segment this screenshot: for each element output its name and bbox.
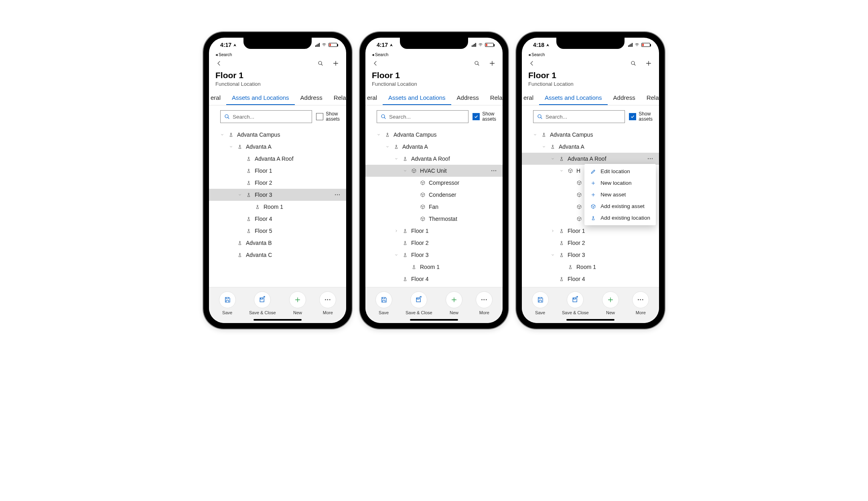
chevron-down-icon[interactable] (551, 157, 558, 161)
tree-row[interactable]: Advanta Campus (522, 129, 659, 141)
search-input[interactable]: Search... (377, 110, 468, 123)
tree-row[interactable]: Floor 1 (522, 225, 659, 237)
search-input[interactable]: Search... (220, 110, 312, 123)
chevron-down-icon[interactable] (533, 133, 540, 137)
chevron-down-icon[interactable] (385, 145, 393, 149)
tree-row[interactable]: Floor 4 (522, 273, 659, 285)
tree-row[interactable]: Advanta A Roof (365, 153, 503, 165)
tree-row[interactable]: Advanta Campus (209, 129, 346, 141)
search-icon[interactable] (474, 60, 480, 67)
row-more-icon[interactable]: ··· (647, 156, 653, 162)
tree-row[interactable]: Room 1 (522, 261, 659, 273)
search-icon[interactable] (630, 60, 637, 67)
new-button[interactable]: New (289, 291, 306, 315)
tree-row[interactable]: Compressor (365, 177, 503, 189)
tab-address[interactable]: Address (608, 91, 641, 105)
tree-row[interactable]: Advanta A Roof (209, 153, 346, 165)
new-button[interactable]: New (602, 291, 619, 315)
tree-row[interactable]: Floor 3 (365, 249, 503, 261)
tree-row[interactable]: Condenser (365, 189, 503, 201)
save-button[interactable]: Save (532, 291, 549, 315)
show-assets-checkbox[interactable] (629, 113, 636, 120)
chevron-down-icon[interactable] (229, 145, 236, 149)
search-icon[interactable] (317, 60, 324, 67)
menu-item[interactable]: New asset (584, 189, 656, 200)
row-more-icon[interactable]: ··· (491, 168, 497, 174)
chevron-down-icon[interactable] (403, 169, 410, 173)
tree-row[interactable]: Floor 2 (209, 177, 346, 189)
add-icon[interactable] (332, 59, 340, 67)
add-icon[interactable] (645, 59, 653, 67)
tree-row[interactable]: Advanta Campus (365, 129, 503, 141)
save-close-button[interactable]: Save & Close (562, 291, 589, 315)
tree-row[interactable]: Fan (365, 201, 503, 213)
chevron-down-icon[interactable] (377, 133, 384, 137)
tree-row[interactable]: Floor 2 (365, 237, 503, 249)
tab-assets-locations[interactable]: Assets and Locations (226, 91, 295, 105)
more-button-icon: ··· (632, 291, 649, 308)
tree-row[interactable]: HVAC Unit··· (365, 165, 503, 177)
tree-row[interactable]: Advanta C (209, 249, 346, 261)
save-close-button[interactable]: Save & Close (249, 291, 276, 315)
chevron-down-icon[interactable] (220, 133, 227, 137)
back-to-search[interactable]: ◂Search (209, 52, 346, 57)
tab-related[interactable]: Relate (328, 91, 346, 105)
back-button[interactable] (215, 60, 223, 67)
tree-row[interactable]: Floor 5 (209, 225, 346, 237)
search-input[interactable]: Search... (533, 110, 625, 123)
tree-row[interactable]: Floor 4 (209, 213, 346, 225)
chevron-right-icon[interactable] (551, 229, 558, 233)
tree-row[interactable]: Advanta B (209, 237, 346, 249)
back-button[interactable] (372, 60, 379, 67)
tab-address[interactable]: Address (295, 91, 328, 105)
menu-item[interactable]: New location (584, 177, 656, 189)
chevron-down-icon[interactable] (394, 157, 402, 161)
tab-general[interactable]: eral (209, 91, 226, 105)
more-button[interactable]: ···More (476, 291, 493, 315)
chevron-right-icon[interactable] (394, 229, 402, 233)
tree-row[interactable]: Room 1 (209, 201, 346, 213)
more-button[interactable]: ···More (319, 291, 336, 315)
tab-general[interactable]: eral (365, 91, 383, 105)
save-close-button[interactable]: Save & Close (406, 291, 432, 315)
menu-item[interactable]: Add existing asset (584, 200, 656, 212)
menu-item[interactable]: Add existing location (584, 212, 656, 224)
chevron-down-icon[interactable] (560, 169, 567, 173)
chevron-down-icon[interactable] (238, 193, 245, 197)
search-placeholder: Search... (233, 114, 254, 120)
chevron-down-icon[interactable] (394, 253, 402, 257)
show-assets-checkbox[interactable] (316, 113, 323, 120)
back-to-search[interactable]: ◂Search (522, 52, 659, 57)
show-assets-checkbox[interactable] (473, 113, 480, 120)
save-button[interactable]: Save (219, 291, 236, 315)
tree-row[interactable]: Floor 1 (209, 165, 346, 177)
tree-row[interactable]: Floor 1 (365, 225, 503, 237)
chevron-down-icon[interactable] (551, 253, 558, 257)
save-button[interactable]: Save (375, 291, 392, 315)
tree-row[interactable]: Thermostat (365, 213, 503, 225)
new-button[interactable]: New (446, 291, 462, 315)
tree-row[interactable]: Floor 3 (522, 249, 659, 261)
add-icon[interactable] (488, 59, 496, 67)
tree-row[interactable]: Floor 3··· (209, 189, 346, 201)
tree-row[interactable]: Advanta A (209, 141, 346, 153)
back-button[interactable] (528, 60, 535, 67)
chevron-down-icon[interactable] (542, 145, 549, 149)
tree-row[interactable]: Advanta A (365, 141, 503, 153)
tab-address[interactable]: Address (451, 91, 485, 105)
tree-row[interactable]: Advanta A (522, 141, 659, 153)
tab-assets-locations[interactable]: Assets and Locations (539, 91, 608, 105)
menu-item[interactable]: Edit location (584, 166, 656, 177)
tree-row[interactable]: Floor 4 (365, 273, 503, 285)
tree-row[interactable]: Room 1 (365, 261, 503, 273)
tab-related[interactable]: Relate (641, 91, 659, 105)
tab-related[interactable]: Relate (485, 91, 503, 105)
tab-general[interactable]: eral (522, 91, 539, 105)
back-to-search[interactable]: ◂Search (365, 52, 503, 57)
home-indicator (410, 319, 458, 321)
tab-assets-locations[interactable]: Assets and Locations (383, 91, 451, 105)
row-more-icon[interactable]: ··· (335, 192, 341, 198)
more-button[interactable]: ···More (632, 291, 649, 315)
tree-row[interactable]: Advanta A Roof··· (522, 153, 659, 165)
tree-row[interactable]: Floor 2 (522, 237, 659, 249)
